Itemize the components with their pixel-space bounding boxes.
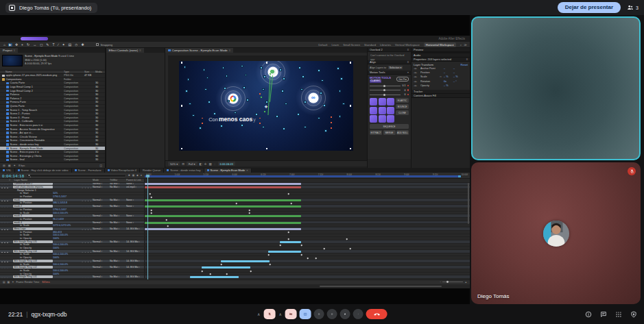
motion-tools-button[interactable]: BOUNCE xyxy=(396,104,409,109)
layer-name[interactable]: mask 2 xyxy=(13,205,53,208)
resolution-menu[interactable]: Full ▾ xyxy=(187,162,198,166)
workspace-tab[interactable]: Libraries xyxy=(380,43,391,47)
selection-handle[interactable] xyxy=(247,99,248,101)
layer-track[interactable] xyxy=(144,199,470,201)
zoom-in-icon[interactable]: ▲ xyxy=(464,281,467,284)
layer-name[interactable]: tx: Position xyxy=(13,201,53,204)
property-value[interactable]: 100.0,100.0% xyxy=(53,243,80,246)
layer-track[interactable] xyxy=(144,273,470,275)
layer-track[interactable] xyxy=(144,240,470,243)
properties-panel-tab[interactable]: Properties: 203 layers selected xyxy=(414,58,451,61)
bounding-corner-handle[interactable] xyxy=(266,62,267,63)
track-matte-select[interactable]: No Mat xyxy=(110,183,126,186)
camera-options-chevron[interactable]: ∧ xyxy=(278,312,283,316)
stop-presenting-button[interactable]: Dejar de presentar xyxy=(558,2,621,13)
bounding-corner-handle[interactable] xyxy=(181,148,182,149)
parent-link-select[interactable]: 14. BG Mo xyxy=(126,275,144,278)
puppet-pin-tool-icon[interactable]: ✱ xyxy=(80,43,84,47)
layer-name[interactable]: tx: Scale xyxy=(13,234,53,236)
layer-toggles[interactable] xyxy=(80,214,93,217)
selection-handle[interactable] xyxy=(325,130,326,132)
content-aware-fill-tab[interactable]: Content-Aware Fill xyxy=(414,94,436,97)
blend-mode-select[interactable]: Normal xyxy=(93,227,110,230)
selection-handle[interactable] xyxy=(282,90,283,92)
blend-mode-select[interactable]: Normal xyxy=(93,275,110,278)
selection-handle[interactable] xyxy=(305,101,306,103)
layer-track[interactable] xyxy=(144,260,470,262)
property-value[interactable]: 1272.0,1272.0% xyxy=(53,224,80,227)
layer-track[interactable] xyxy=(144,195,470,198)
layer-duration-bar[interactable] xyxy=(145,228,301,230)
keyframe-nav-icon[interactable]: ◂◆▸ xyxy=(414,80,419,83)
layer-toggles[interactable] xyxy=(80,231,93,234)
property-value[interactable]: 1790.5,1057 xyxy=(53,195,80,198)
blend-mode-select[interactable]: Normal xyxy=(93,183,110,186)
workspace-search-icon[interactable]: ⌕ xyxy=(460,43,462,47)
layer-name[interactable]: tx: Scale xyxy=(13,212,53,214)
grid-guides-icon[interactable]: ⊞ xyxy=(182,162,184,166)
slider-reset-dot[interactable] xyxy=(407,85,409,87)
layer-track[interactable] xyxy=(144,214,470,217)
selection-handle[interactable] xyxy=(337,68,339,69)
layer-switches-icons[interactable] xyxy=(0,202,9,205)
blend-mode-select[interactable]: Normal xyxy=(93,250,110,253)
workspace-tab[interactable]: Horizontal Workspace xyxy=(424,42,456,47)
layer-name[interactable]: Meta Logo xyxy=(13,227,53,230)
selection-handle[interactable] xyxy=(235,112,236,114)
layer-name[interactable]: mask xyxy=(13,199,53,201)
selection-handle[interactable] xyxy=(193,115,194,116)
property-value[interactable]: 50% xyxy=(53,192,80,195)
layer-switches-icons[interactable] xyxy=(0,244,9,247)
selection-tool-icon[interactable]: ▶ xyxy=(8,43,12,47)
property-value[interactable]: 460,413 xyxy=(53,231,80,234)
layer-track[interactable] xyxy=(144,189,470,192)
layer-toggles[interactable] xyxy=(80,208,93,211)
layer-duration-bar[interactable] xyxy=(145,183,301,185)
motion-tools-button[interactable]: ELASTIC xyxy=(396,98,409,103)
layer-toggles[interactable] xyxy=(80,183,93,186)
eraser-tool-icon[interactable]: ◇ xyxy=(74,43,78,47)
align-target-select[interactable]: Selection ▾ xyxy=(388,66,403,69)
pen-tool-icon[interactable]: ✎ xyxy=(45,43,49,47)
workspace-overflow-icon[interactable]: ≫ xyxy=(464,43,467,47)
layer-track[interactable] xyxy=(144,266,470,269)
selection-handle[interactable] xyxy=(318,70,320,71)
workspace-tab[interactable]: Learn xyxy=(331,43,339,47)
project-panel-tab[interactable]: Project≡ xyxy=(0,48,18,53)
interpret-footage-icon[interactable]: ▤ xyxy=(3,164,5,167)
layer-switches-icons[interactable] xyxy=(0,192,9,195)
selection-handle[interactable] xyxy=(280,69,281,71)
layer-name[interactable]: tx: Scale xyxy=(13,224,53,227)
track-matte-select[interactable]: No Mat xyxy=(110,275,126,278)
audio-panel-tab[interactable]: Audio xyxy=(414,53,420,57)
motion-tools-button[interactable]: ADD NULL xyxy=(396,130,409,135)
layer-track[interactable] xyxy=(144,250,470,253)
parent-link-select[interactable]: None xyxy=(126,183,144,186)
ease-slider[interactable]: 0 xyxy=(370,93,409,96)
selection-handle[interactable] xyxy=(263,89,264,90)
layer-switches-icons[interactable] xyxy=(0,227,9,230)
selection-handle[interactable] xyxy=(246,75,247,76)
parent-link-select[interactable]: vsl.mp4 xyxy=(126,186,144,188)
keyframe-nav-icon[interactable]: ◂◆▸ xyxy=(414,84,419,87)
layer-switches-icons[interactable] xyxy=(0,256,9,259)
composition-mini-flowchart-icon[interactable]: ✱ xyxy=(128,174,130,177)
selection-handle[interactable] xyxy=(299,67,300,68)
layer-switches-icons[interactable] xyxy=(0,212,9,214)
layer-track[interactable] xyxy=(144,208,470,211)
scrollbar-thumb[interactable] xyxy=(320,286,442,288)
layer-name[interactable]: Range Selector 1 xyxy=(13,189,53,192)
reactions-button[interactable] xyxy=(314,309,324,319)
selection-handle[interactable] xyxy=(266,101,267,103)
blend-mode-select[interactable]: Normal xyxy=(93,199,110,201)
selection-handle[interactable] xyxy=(243,87,245,88)
property-value[interactable]: 586.5,1053.8 xyxy=(53,201,80,204)
layer-toggles[interactable] xyxy=(80,192,93,195)
delete-item-icon[interactable]: ◫ xyxy=(99,164,102,167)
layer-toggles[interactable] xyxy=(80,195,93,198)
layer-switches-icons[interactable] xyxy=(0,208,9,211)
layer-name[interactable]: BG Google Ring L01 xyxy=(13,275,53,278)
selection-handle[interactable] xyxy=(298,114,299,115)
close-icon[interactable]: × xyxy=(246,169,248,172)
host-controls-button[interactable] xyxy=(630,308,637,321)
